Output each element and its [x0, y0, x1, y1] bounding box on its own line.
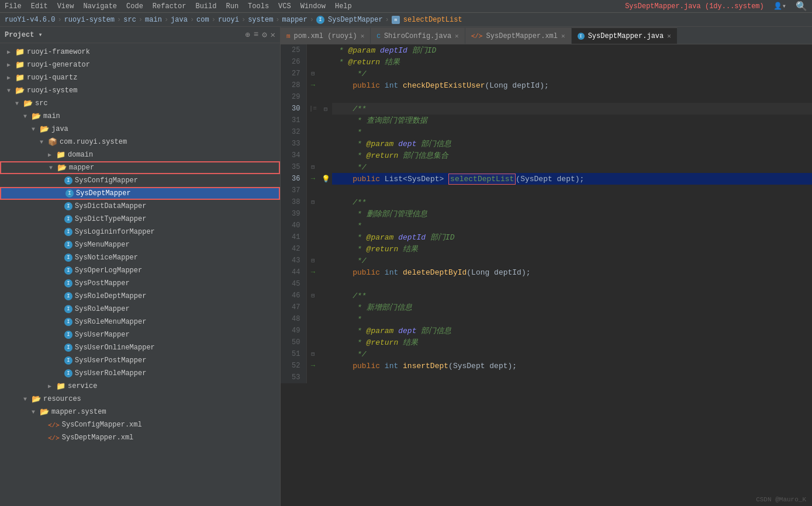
tree-item-sysconfigmapper[interactable]: I SysConfigMapper [0, 174, 280, 187]
line-content[interactable]: /** [332, 196, 812, 208]
fold-icon[interactable]: ⊟ [324, 106, 327, 113]
tree-item-sysoperlogmapper[interactable]: I SysOperLogMapper [0, 264, 280, 277]
line-content[interactable]: * @return 部门信息集合 [332, 150, 812, 161]
line-content[interactable]: */ [332, 255, 812, 266]
tree-item-syslogininformapper[interactable]: I SysLogininforMapper [0, 226, 280, 238]
settings-gear-icon[interactable]: ⚙ [262, 30, 267, 40]
line-content[interactable]: public int insertDept(SysDept dept); [332, 360, 812, 372]
tree-item-src[interactable]: ▼ 📂 src [0, 97, 280, 110]
line-content[interactable]: public int checkDeptExistUser(Long deptI… [332, 79, 812, 91]
search-icon[interactable]: 🔍 [796, 1, 807, 12]
line-content[interactable] [332, 91, 812, 103]
tree-item-sysdictdatamapper[interactable]: I SysDictDataMapper [0, 200, 280, 213]
line-content[interactable]: public int deleteDeptById(Long deptId); [332, 266, 812, 278]
tree-item-ruoyi-quartz[interactable]: ▶ 📁 ruoyi-quartz [0, 71, 280, 84]
code-editor[interactable]: 25 * @param deptId 部门ID 26 * @return 结果 [281, 44, 812, 506]
run-arrow[interactable]: → [311, 362, 315, 370]
bc-java[interactable]: java [171, 16, 188, 24]
tree-item-sysusermapper[interactable]: I SysUserMapper [0, 328, 280, 341]
bc-system[interactable]: system [248, 16, 273, 24]
tree-item-sysuserpostmapper[interactable]: I SysUserPostMapper [0, 354, 280, 367]
bc-ruoyi-system[interactable]: ruoyi-system [64, 16, 115, 24]
line-content[interactable]: * @param deptId 部门ID [332, 44, 812, 56]
bc-ruoyi-v4[interactable]: ruoYi-v4.6.0 [5, 16, 55, 24]
menu-window[interactable]: Window [300, 2, 326, 11]
line-content[interactable]: * @param dept 部门信息 [332, 325, 812, 337]
fold-icon[interactable]: ⊟ [311, 71, 315, 77]
line-content[interactable]: * 新增部门信息 [332, 301, 812, 313]
tree-item-ruoyi-system[interactable]: ▼ 📂 ruoyi-system [0, 84, 280, 97]
bc-mapper[interactable]: mapper [282, 16, 307, 24]
menu-tools[interactable]: Tools [248, 2, 269, 11]
run-arrow[interactable]: → [311, 268, 315, 276]
line-content[interactable]: * [332, 220, 812, 231]
tree-item-mapper-system[interactable]: ▼ 📂 mapper.system [0, 406, 280, 418]
tree-item-java[interactable]: ▼ 📂 java [0, 123, 280, 136]
tab-close-button[interactable]: ✕ [361, 32, 365, 40]
line-content[interactable]: */ [332, 348, 812, 360]
close-sidebar-icon[interactable]: ✕ [271, 30, 275, 40]
tree-item-sysuseronlinemapper[interactable]: I SysUserOnlineMapper [0, 341, 280, 354]
line-content[interactable]: * @param dept 部门信息 [332, 138, 812, 150]
bulb-icon[interactable]: 💡 [322, 175, 330, 183]
fold-icon[interactable]: ⊟ [311, 164, 315, 171]
tab-shiro[interactable]: C ShiroConfig.java ✕ [371, 27, 465, 44]
menu-vcs[interactable]: VCS [278, 2, 291, 11]
tree-item-sysdeptmapper-xml[interactable]: ≺/≻ SysDeptMapper.xml [0, 431, 280, 444]
tab-pom[interactable]: m pom.xml (ruoyi) ✕ [281, 27, 371, 44]
tree-item-domain[interactable]: ▶ 📁 domain [0, 148, 280, 161]
line-content[interactable] [332, 372, 812, 383]
tree-item-syspostmapper[interactable]: I SysPostMapper [0, 277, 280, 290]
bc-sysdeptmapper[interactable]: SysDeptMapper [328, 16, 383, 24]
tree-item-sysmenumapper[interactable]: I SysMenuMapper [0, 238, 280, 251]
fold-icon[interactable]: ⊟ [311, 351, 315, 358]
fold-icon[interactable]: ⊟ [311, 258, 315, 264]
tree-item-sysrolemenumapper[interactable]: I SysRoleMenuMapper [0, 316, 280, 328]
tree-item-sysnoticemapper[interactable]: I SysNoticeMapper [0, 251, 280, 264]
line-content[interactable]: * @return 结果 [332, 56, 812, 68]
bc-src[interactable]: src [123, 16, 136, 24]
line-content[interactable]: public List<SysDept> selectDeptList(SysD… [332, 173, 812, 185]
user-settings-icon[interactable]: 👤▾ [773, 2, 786, 11]
fold-icon[interactable]: ⊟ [311, 293, 315, 299]
tree-item-main[interactable]: ▼ 📂 main [0, 110, 280, 123]
collapse-icon[interactable]: ≡ [254, 30, 258, 40]
tree-item-service[interactable]: ▶ 📁 service [0, 380, 280, 393]
run-arrow[interactable]: → [311, 175, 315, 183]
tree-item-sysdeptmapper[interactable]: I SysDeptMapper [0, 187, 280, 200]
line-content[interactable]: * [332, 313, 812, 325]
bc-main[interactable]: main [145, 16, 162, 24]
line-content[interactable]: * 查询部门管理数据 [332, 115, 812, 126]
line-content[interactable]: * @return 结果 [332, 337, 812, 348]
menu-edit[interactable]: Edit [31, 2, 48, 11]
line-content[interactable]: * @param deptId 部门ID [332, 231, 812, 243]
tab-sysdeptxml[interactable]: ≺/≻ SysDeptMapper.xml ✕ [465, 27, 572, 44]
line-content[interactable]: */ [332, 161, 812, 173]
tree-item-ruoyi-generator[interactable]: ▶ 📁 ruoyi-generator [0, 58, 280, 71]
bc-selectdeptlist[interactable]: selectDeptList [403, 16, 462, 24]
tree-item-sysconfigmapper-xml[interactable]: ≺/≻ SysConfigMapper.xml [0, 418, 280, 431]
line-content[interactable] [332, 278, 812, 290]
tree-item-com-ruoyi-system[interactable]: ▼ 📦 com.ruoyi.system [0, 136, 280, 148]
menu-view[interactable]: View [57, 2, 74, 11]
tree-item-ruoyi-framework[interactable]: ▶ 📁 ruoyi-framework [0, 46, 280, 58]
menu-navigate[interactable]: Navigate [83, 2, 117, 11]
bc-com[interactable]: com [196, 16, 209, 24]
tree-item-resources[interactable]: ▼ 📂 resources [0, 393, 280, 406]
tree-item-mapper[interactable]: ▼ 📂 mapper [0, 161, 280, 174]
bc-ruoyi[interactable]: ruoyi [218, 16, 239, 24]
tree-item-sysrolemapper[interactable]: I SysRoleMapper [0, 303, 280, 316]
line-content[interactable]: /** [332, 103, 812, 115]
tab-close-button[interactable]: ✕ [667, 32, 671, 40]
tab-close-button[interactable]: ✕ [455, 32, 459, 40]
menu-refactor[interactable]: Refactor [153, 2, 186, 11]
menu-help[interactable]: Help [335, 2, 352, 11]
add-icon[interactable]: ⊕ [245, 30, 250, 40]
tree-item-sysuserrolemapper[interactable]: I SysUserRoleMapper [0, 367, 280, 380]
line-content[interactable] [332, 185, 812, 196]
menu-code[interactable]: Code [126, 2, 143, 11]
tree-item-sysroledeptmapper[interactable]: I SysRoleDeptMapper [0, 290, 280, 303]
line-content[interactable]: * [332, 126, 812, 138]
line-content[interactable]: */ [332, 68, 812, 79]
tab-close-button[interactable]: ✕ [561, 32, 565, 40]
